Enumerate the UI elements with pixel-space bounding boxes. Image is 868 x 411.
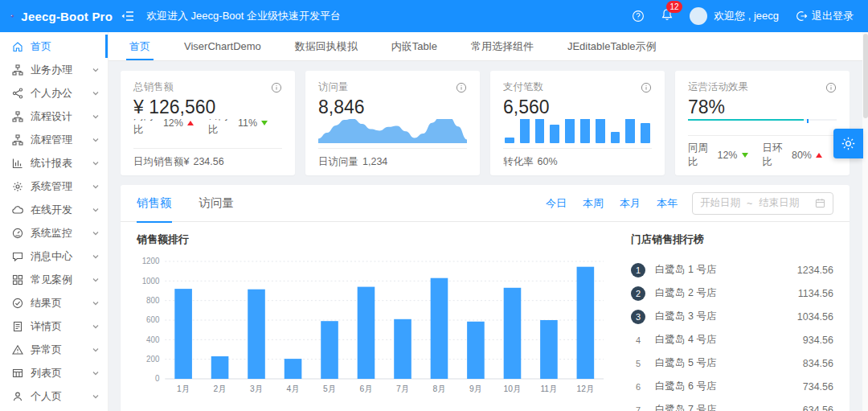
sales-bar-11月[interactable]	[540, 320, 558, 379]
menu-fold-icon[interactable]	[121, 9, 135, 23]
table-icon	[12, 368, 23, 379]
sidebar-item-label: 结果页	[31, 296, 62, 310]
quick-filter-0[interactable]: 今日	[546, 196, 567, 211]
logout-button[interactable]: 退出登录	[795, 9, 854, 23]
window-scrollbar[interactable]	[862, 32, 868, 411]
ranking-title: 门店销售排行榜	[631, 232, 833, 247]
stat-cards-row: 总销售额 ¥ 126,560 周同比12%日同比11% 日均销售额¥ 234.5…	[121, 71, 850, 175]
scrollbar-thumb[interactable]	[863, 34, 868, 118]
store-name: 白鹭岛 4 号店	[655, 333, 716, 347]
quick-filters: 今日本周本月本年	[530, 196, 678, 211]
sidebar-item-cluster-1[interactable]: 业务办理	[0, 58, 108, 81]
chart-title: 销售额排行	[137, 232, 610, 247]
warning-icon	[12, 344, 23, 356]
sidebar-item-label: 系统管理	[31, 179, 72, 194]
cluster-icon	[12, 111, 23, 122]
card-footer-value: 234.56	[193, 156, 223, 167]
sidebar-item-label: 消息中心	[31, 249, 72, 264]
trend-down-icon	[742, 153, 748, 158]
panel-tab-0[interactable]: 销售额	[137, 185, 172, 222]
date-separator: ~	[747, 198, 752, 209]
store-name: 白鹭岛 5 号店	[655, 356, 716, 370]
page-tab-1[interactable]: ViserChartDemo	[184, 32, 261, 60]
mini-bar-2	[535, 119, 545, 143]
card-value: 6,560	[503, 95, 652, 119]
sales-bar-3月[interactable]	[248, 290, 265, 379]
sales-bar-1月[interactable]	[174, 289, 192, 379]
store-name: 白鹭岛 6 号店	[655, 380, 716, 393]
sidebar-item-bar-chart-5[interactable]: 统计报表	[0, 151, 108, 175]
svg-text:1200: 1200	[142, 257, 160, 265]
sidebar-item-label: 个人办公	[31, 86, 72, 101]
sidebar-item-label: 个人页	[31, 389, 62, 404]
sales-bar-6月[interactable]	[358, 287, 375, 379]
sidebar-item-cluster-4[interactable]: 流程管理	[0, 128, 108, 151]
chevron-down-icon	[92, 206, 100, 214]
date-range-picker[interactable]: 开始日期 ~ 结束日期	[692, 192, 833, 215]
user-menu[interactable]: 欢迎您 , jeecg	[690, 7, 779, 25]
sidebar-item-table-14[interactable]: 列表页	[0, 361, 108, 384]
notification-bell[interactable]: 12	[661, 8, 674, 24]
app-logo[interactable]: Jeecg-Boot Pro	[0, 7, 113, 25]
store-name: 白鹭岛 1 号店	[655, 263, 716, 277]
gear-icon	[12, 181, 23, 192]
sidebar-item-user-15[interactable]: 个人页	[0, 384, 108, 408]
sales-bar-7月[interactable]	[394, 319, 411, 379]
sidebar-item-home[interactable]: 首页	[0, 35, 108, 58]
ranking-row-4: 4白鹭岛 4 号店934.56	[631, 328, 833, 351]
sidebar-item-document-12[interactable]: 详情页	[0, 314, 108, 338]
sidebar-item-cluster-3[interactable]: 流程设计	[0, 105, 108, 128]
sales-bar-8月[interactable]	[431, 278, 448, 379]
trend-up-icon	[187, 121, 194, 125]
sidebar-menu: 首页业务办理个人办公流程设计流程管理统计报表系统管理在线开发系统监控消息中心常见…	[0, 32, 108, 411]
page-tab-3[interactable]: 内嵌Table	[391, 32, 437, 60]
page-tab-5[interactable]: JEditableTable示例	[567, 32, 657, 60]
info-icon[interactable]	[641, 82, 652, 93]
sidebar-item-check-circle-11[interactable]: 结果页	[0, 291, 108, 314]
mini-bar-7	[611, 132, 620, 143]
sales-bar-10月[interactable]	[504, 288, 522, 379]
quick-filter-3[interactable]: 本年	[657, 196, 678, 211]
quick-filter-1[interactable]: 本周	[583, 196, 604, 211]
chevron-down-icon	[92, 346, 100, 354]
trend-down-icon	[261, 121, 268, 125]
sidebar-item-cloud-7[interactable]: 在线开发	[0, 198, 108, 221]
store-sales-value: 734.56	[803, 381, 833, 393]
info-icon[interactable]	[271, 82, 282, 93]
svg-text:1000: 1000	[142, 277, 160, 286]
rank-badge: 6	[631, 380, 645, 394]
sidebar-item-gear-6[interactable]: 系统管理	[0, 175, 108, 198]
help-icon[interactable]	[632, 10, 645, 23]
sales-bar-4月[interactable]	[285, 359, 302, 379]
top-navbar: Jeecg-Boot Pro 欢迎进入 Jeecg-Boot 企业级快速开发平台	[0, 0, 868, 32]
sales-bar-5月[interactable]	[321, 321, 338, 379]
sales-bar-12月[interactable]	[577, 267, 595, 379]
ranking-row-6: 6白鹭岛 6 号店734.56	[631, 375, 833, 398]
sidebar-item-share-2[interactable]: 个人办公	[0, 81, 108, 105]
sidebar-item-grid-10[interactable]: 常见案例	[0, 268, 108, 291]
card-value: ¥ 126,560	[133, 95, 282, 119]
page-tab-2[interactable]: 数据回执模拟	[295, 32, 358, 60]
sidebar-item-dashboard-8[interactable]: 系统监控	[0, 221, 108, 245]
store-name: 白鹭岛 3 号店	[655, 310, 716, 323]
quick-filter-2[interactable]: 本月	[620, 196, 641, 211]
chevron-down-icon	[92, 89, 100, 97]
sales-bar-9月[interactable]	[467, 322, 485, 379]
mini-bar-6	[596, 119, 605, 143]
panel-tab-1[interactable]: 访问量	[199, 185, 235, 222]
sidebar-item-warning-13[interactable]: 异常页	[0, 338, 108, 361]
settings-drawer-button[interactable]	[833, 129, 863, 158]
store-sales-value: 834.56	[803, 358, 833, 369]
info-icon[interactable]	[825, 82, 837, 93]
sidebar-item-label: 流程管理	[31, 133, 72, 147]
page-tab-0[interactable]: 首页	[129, 32, 150, 60]
cloud-icon	[12, 204, 23, 216]
svg-text:400: 400	[146, 335, 160, 344]
share-icon	[12, 88, 23, 99]
page-tab-4[interactable]: 常用选择组件	[471, 32, 534, 60]
sidebar-item-message-9[interactable]: 消息中心	[0, 245, 108, 268]
mini-bar-5	[580, 119, 590, 143]
logo-icon	[10, 7, 14, 25]
sales-bar-2月[interactable]	[211, 356, 229, 379]
info-icon[interactable]	[456, 82, 467, 93]
